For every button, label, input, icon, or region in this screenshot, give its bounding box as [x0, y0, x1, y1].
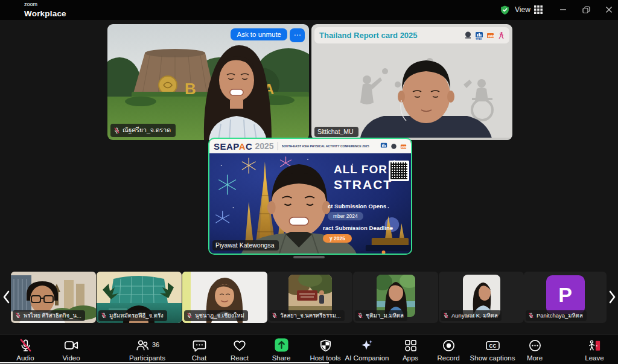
participant-name-pill: นุชนาฎ_จ.เชียงใหม่ [184, 310, 248, 321]
participant-name-pill: Piyawat Katewongsa [212, 240, 279, 251]
leave-label: Leave [585, 354, 604, 362]
strip-tile-aunyarat[interactable]: Aunyarat K. มหิดล [439, 272, 524, 323]
participant-name: ณัฐศรียา_จ.ตราด [123, 125, 171, 135]
title-bar: zoom Workplace View [0, 0, 618, 20]
heart-icon [232, 338, 247, 353]
scene-letter-b: B [185, 80, 196, 98]
poster-opens-date: mber 2024 [328, 212, 363, 220]
seapac-year: 2025 [255, 141, 273, 151]
poster-deadline-date: y 2025 [323, 234, 352, 243]
mic-muted-icon [528, 312, 534, 319]
participant-name-pill: มูฮัมหมัดรอฟีอี_จ.ตรัง [98, 310, 167, 321]
strip-tile-chutima[interactable]: ชุติมา_ม.มหิดล [353, 272, 438, 323]
ask-to-unmute-button[interactable]: Ask to unmute [231, 28, 287, 40]
leave-button[interactable]: Leave [561, 337, 618, 362]
security-shield-icon[interactable] [500, 5, 510, 15]
org-logo-icon [464, 31, 472, 39]
thaihealth-logo-icon: สสส [400, 143, 407, 150]
poster-deadline-text: ract Submission Deadline [323, 225, 393, 231]
participant-name-pill: ชุติมา_ม.มหิดล [355, 310, 407, 321]
participant-name-pill: Sittichat_MU [314, 127, 358, 137]
seapac-header-logos: สสส [380, 142, 407, 150]
banner-title: Thailand Report card 2025 [319, 31, 464, 40]
grid-view-icon [534, 5, 543, 14]
record-icon [442, 339, 456, 353]
participant-name: Piyawat Katewongsa [215, 241, 274, 249]
thaihealth-logo-icon: สสส [486, 31, 494, 39]
react-label: React [231, 354, 249, 362]
share-screen-icon [274, 337, 289, 353]
tpak-logo-icon: TPAK [475, 31, 483, 40]
participants-label: Participants [129, 354, 165, 362]
shield-icon [319, 339, 333, 353]
meeting-toolbar: Audio Video 36 Participants Chat React [0, 334, 618, 364]
participant-name: มูฮัมหมัดรอฟีอี_จ.ตรัง [109, 311, 164, 320]
app-logo: zoom Workplace [24, 2, 66, 18]
mic-muted-icon [15, 312, 21, 319]
svg-text:TPAK: TPAK [476, 37, 482, 39]
filmstrip-scroll-right[interactable] [607, 287, 617, 307]
mic-muted-icon [186, 312, 193, 319]
banner-logos: TPAK สสส [464, 31, 505, 40]
participant-name: วัลลยา_จ.นครศรีธรรม... [280, 311, 341, 320]
seapac-subtitle: SOUTH-EAST ASIA PHYSICAL ACTIVITY CONFER… [282, 144, 372, 148]
participant-name: Aunyarat K. มหิดล [451, 311, 498, 320]
video-tile-natsariya[interactable]: B IA Ask to unmute ⋯ ณัฐศรียา_จ.ตราด [107, 24, 309, 140]
strip-tile-pornthai[interactable]: พรไทย ศิริสาธิตกิจ_น... [11, 272, 96, 323]
brand-workplace: Workplace [24, 9, 66, 18]
bottom-edge-line [0, 362, 329, 363]
video-camera-icon [64, 338, 78, 353]
svg-text:สสส: สสส [401, 145, 407, 148]
brand-zoom: zoom [24, 2, 66, 7]
svg-text:CC: CC [489, 343, 496, 349]
seapac-brand: SEAPAC [214, 141, 252, 152]
left-video-feed: B IA [107, 24, 309, 140]
strip-tile-nuchanat[interactable]: นุชนาฎ_จ.เชียงใหม่ [182, 272, 267, 323]
tile-more-button[interactable]: ⋯ [290, 28, 305, 42]
mic-muted-icon [113, 127, 120, 134]
tpak-logo-icon [380, 142, 387, 150]
mic-muted-icon [19, 339, 33, 353]
seapac-header: SEAPAC 2025 SOUTH-EAST ASIA PHYSICAL ACT… [209, 139, 411, 153]
strip-tile-wanlaya[interactable]: วัลลยา_จ.นครศรีธรรม... [267, 272, 352, 323]
video-button[interactable]: Video [38, 337, 104, 362]
share-label: Share [272, 354, 291, 362]
view-button[interactable]: View [515, 5, 543, 14]
mic-muted-icon [443, 312, 449, 319]
participant-name: Panitchaya_มหิดล [537, 311, 583, 320]
video-tile-piyawat-active-speaker[interactable]: SEAPAC 2025 SOUTH-EAST ASIA PHYSICAL ACT… [208, 138, 412, 255]
video-tile-sittichat[interactable]: Thailand Report card 2025 TPAK สสส Sitti… [311, 24, 512, 140]
more-label: More [527, 354, 543, 362]
poster-title-line1: ALL FOR [334, 163, 387, 176]
view-label: View [515, 5, 530, 14]
participant-name: พรไทย ศิริสาธิตกิจ_น... [24, 311, 81, 320]
poster-opens-text: ct Submission Opens [328, 203, 386, 209]
letter-avatar: P [546, 275, 585, 314]
video-label: Video [62, 354, 80, 362]
audio-label: Audio [16, 354, 34, 362]
mic-muted-icon [101, 312, 107, 319]
close-button[interactable] [602, 4, 616, 16]
chat-label: Chat [192, 354, 206, 362]
minimize-button[interactable] [556, 4, 570, 16]
participant-name-pill: ณัฐศรียา_จ.ตราด [110, 124, 176, 137]
more-button[interactable]: More [502, 337, 568, 362]
record-label: Record [437, 354, 459, 362]
thailand-report-banner: Thailand Report card 2025 TPAK สสส [314, 27, 509, 43]
strip-tile-muhammad[interactable]: มูฮัมหมัดรอฟีอี_จ.ตรัง [97, 272, 182, 323]
chat-bubble-icon [193, 339, 206, 353]
participant-name: ชุติมา_ม.มหิดล [366, 311, 404, 320]
strip-tile-panitchaya[interactable]: P Panitchaya_มหิดล [524, 272, 607, 323]
svg-text:สสส: สสส [488, 34, 494, 38]
avatar-letter: P [558, 283, 572, 307]
restore-button[interactable] [579, 4, 593, 16]
closed-captions-icon: CC [485, 339, 500, 353]
profile-photo [288, 275, 332, 316]
participant-name: Sittichat_MU [317, 128, 354, 135]
participants-count: 36 [152, 341, 159, 348]
mic-muted-icon [272, 312, 278, 319]
ai-sparkle-icon [360, 338, 374, 353]
filmstrip-scroll-left[interactable] [1, 287, 11, 307]
participant-name: นุชนาฎ_จ.เชียงใหม่ [195, 311, 244, 320]
panel-drag-handle[interactable] [293, 256, 325, 258]
